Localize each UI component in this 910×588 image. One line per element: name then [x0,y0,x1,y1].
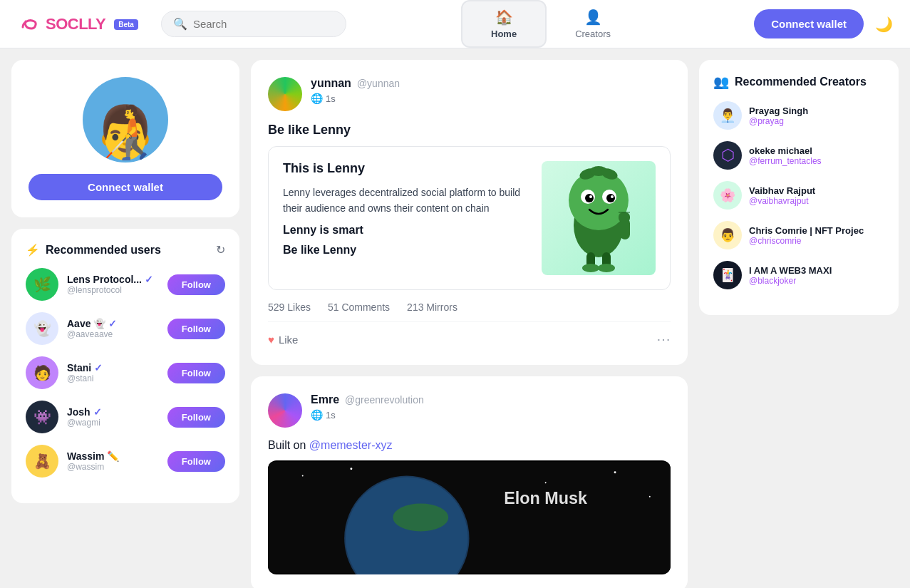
beta-badge: Beta [114,19,138,30]
user-name: Stani [67,362,91,373]
verified-icon: ✓ [93,406,102,418]
user-handle: @stani [67,373,159,383]
creator-handle[interactable]: @vaibhavrajput [749,196,884,206]
avatar: 🌿 [26,268,58,301]
creator-name: Prayag Singh [749,105,884,116]
author-handle: @greenrevolution [345,394,424,406]
user-handle: @wagmi [67,418,159,428]
creator-info: okeke michael @ferrum_tentacles [749,145,884,166]
list-item: 🧑 Stani ✓ @stani Follow [26,356,225,389]
svg-point-20 [393,504,448,532]
svg-point-5 [606,194,615,202]
avatar: 👻 [26,312,58,345]
dark-mode-icon[interactable]: 🌙 [875,16,893,33]
follow-button[interactable]: Follow [167,319,225,339]
user-name: Aave 👻 [67,318,105,329]
feed: yunnan @yunnan 🌐 1s Be like Lenny This i… [251,60,688,588]
svg-point-24 [545,482,547,483]
user-info: Lens Protocol... ✓ @lensprotocol [67,274,159,295]
creator-handle[interactable]: @ferrum_tentacles [749,156,884,166]
svg-point-4 [585,194,594,202]
post-mention[interactable]: @memester-xyz [309,439,393,451]
creators-icon: 👤 [584,9,602,26]
search-input[interactable] [193,18,334,30]
comments-count[interactable]: 51 Comments [328,301,390,313]
post-actions: ♥ Like ⋯ [268,321,671,348]
creator-handle[interactable]: @chriscomrie [749,236,884,246]
refresh-icon[interactable]: ↻ [216,243,225,257]
recommended-header: ⚡ Recommended users ↻ [26,243,225,257]
list-item: 🌿 Lens Protocol... ✓ @lensprotocol Follo… [26,268,225,301]
post-body: Built on @memester-xyz [268,439,671,452]
user-handle: @wassim [67,462,159,472]
creator-handle[interactable]: @prayag [749,116,884,126]
user-info: Josh ✓ @wagmi [67,406,159,428]
connect-wallet-profile-button[interactable]: Connect wallet [29,174,222,200]
user-handle: @aaveaave [67,329,159,339]
follow-button[interactable]: Follow [167,407,225,428]
post-header: Emre @greenrevolution 🌐 1s [268,393,671,428]
list-item: 🧸 Wassim ✏️ @wassim Follow [26,445,225,478]
follow-button[interactable]: Follow [167,274,225,295]
header: SOCLLY Beta 🔍 🏠 Home 👤 Creators Connect … [0,0,910,48]
svg-rect-17 [268,462,671,573]
left-panel: 🧑‍🦯 Connect wallet ⚡ Recommended users ↻… [11,60,239,588]
creator-name: I AM A WEB3 MAXI [749,265,884,276]
profile-card: 🧑‍🦯 Connect wallet [11,60,239,217]
connect-wallet-button[interactable]: Connect wallet [754,9,864,38]
svg-point-26 [649,496,651,497]
avatar: 🧑‍🦯 [83,77,168,163]
svg-point-7 [611,195,614,198]
right-panel: 👥 Recommended Creators 👨‍💼 Prayag Singh … [699,60,899,588]
user-name: Lens Protocol... [67,274,142,285]
list-item: 👨 Chris Comrie | NFT Projec @chriscomrie [713,221,884,249]
search-bar[interactable]: 🔍 [161,11,346,37]
recommended-users-card: ⚡ Recommended users ↻ 🌿 Lens Protocol...… [11,229,239,503]
likes-count[interactable]: 529 Likes [268,301,311,313]
profile-emoji: 🧑‍🦯 [93,102,157,163]
list-item: 👨‍💼 Prayag Singh @prayag [713,101,884,130]
svg-rect-12 [619,212,630,222]
mirrors-count[interactable]: 213 Mirrors [407,301,457,313]
creator-avatar: 🌸 [713,181,742,210]
logo-icon [17,13,40,36]
more-options-button[interactable]: ⋯ [656,331,671,348]
main-layout: 🧑‍🦯 Connect wallet ⚡ Recommended users ↻… [0,48,910,588]
post-image: Elon Musk [268,460,671,574]
list-item: ⬡ okeke michael @ferrum_tentacles [713,141,884,170]
author-name: yunnan [311,77,351,90]
svg-point-15 [582,264,599,272]
post-meta: Emre @greenrevolution 🌐 1s [311,393,671,421]
svg-point-25 [614,471,616,473]
nav-tabs: 🏠 Home 👤 Creators [461,0,639,48]
svg-point-23 [350,468,352,470]
lenny-svg [549,161,648,275]
user-info: Stani ✓ @stani [67,362,159,383]
tab-home[interactable]: 🏠 Home [461,0,547,48]
list-item: 🌸 Vaibhav Rajput @vaibhavrajput [713,181,884,210]
post-header: yunnan @yunnan 🌐 1s [268,77,671,111]
creator-info: Prayag Singh @prayag [749,105,884,126]
lightning-icon: ⚡ [26,243,40,257]
creators-header: 👥 Recommended Creators [713,74,884,90]
follow-button[interactable]: Follow [167,451,225,472]
post-card: yunnan @yunnan 🌐 1s Be like Lenny This i… [251,60,688,365]
creator-name: Vaibhav Rajput [749,185,884,196]
lenny-image [542,161,656,275]
user-handle: @lensprotocol [67,285,159,295]
globe-icon: 🌐 [311,409,323,421]
author-name: Emre [311,393,339,406]
like-button[interactable]: ♥ Like [268,334,298,346]
creator-name: okeke michael [749,145,884,156]
creator-handle[interactable]: @blackjoker [749,276,884,286]
user-info: Wassim ✏️ @wassim [67,450,159,472]
post-avatar [268,77,302,111]
like-label: Like [279,334,299,346]
lenny-footer: Be like Lenny [283,244,530,257]
tab-creators[interactable]: 👤 Creators [547,1,639,46]
follow-button[interactable]: Follow [167,363,225,383]
user-name: Wassim ✏️ [67,450,119,462]
search-icon: 🔍 [173,17,187,31]
post-time: 🌐 1s [311,409,671,421]
list-item: 🃏 I AM A WEB3 MAXI @blackjoker [713,261,884,289]
